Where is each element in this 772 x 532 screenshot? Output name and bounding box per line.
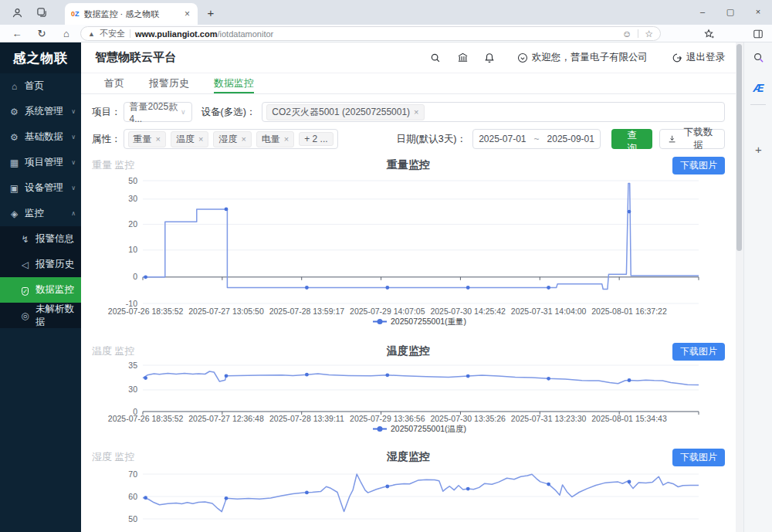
sidebar-item-project[interactable]: ▦ 项目管理 ∨: [0, 150, 81, 175]
attr-more-tag[interactable]: + 2 ...: [299, 132, 333, 146]
filter-row-1: 项目： 普量2025款4... ∨ 设备(多选)： CO2灭火器5001 (20…: [92, 102, 725, 122]
chevron-down-icon: ∨: [71, 134, 76, 141]
weight-chart-title: 重量监控: [81, 158, 736, 172]
date-to[interactable]: 2025-09-01: [547, 134, 594, 144]
feedback-smiley-icon[interactable]: ☺: [622, 29, 631, 39]
browser-navbar: ← ↻ ⌂ ▲ 不安全 www.puliangiot.com/iotdatamo…: [0, 25, 772, 42]
project-select[interactable]: 普量2025款4... ∨: [124, 102, 192, 122]
attribute-label: 属性：: [92, 133, 121, 146]
sidebar-item-system[interactable]: ⚙ 系统管理 ∨: [0, 99, 81, 124]
organization-icon[interactable]: [455, 51, 469, 65]
tilde-separator: ~: [534, 134, 540, 144]
svg-text:50: 50: [128, 176, 137, 185]
download-image-button[interactable]: 下载图片: [672, 449, 725, 466]
tab-alarm-history[interactable]: 报警历史: [149, 73, 189, 93]
sidebar-item-device[interactable]: ▣ 设备管理 ∨: [0, 175, 81, 201]
circle-data-icon: ◎: [20, 310, 30, 321]
profile-icon[interactable]: [9, 5, 25, 20]
svg-text:30: 30: [128, 194, 137, 203]
temperature-side-label: 温度 监控: [92, 344, 135, 358]
logout-button[interactable]: 退出登录: [672, 51, 725, 64]
refresh-icon[interactable]: ↻: [34, 26, 49, 41]
humidity-chart: 706050: [87, 466, 736, 532]
gear-icon: ⚙: [9, 107, 19, 117]
svg-text:35: 35: [128, 361, 137, 370]
speaker-icon: ◁: [20, 259, 30, 270]
maximize-button[interactable]: ▢: [716, 0, 744, 23]
sidebar-item-basedata[interactable]: ⚙ 基础数据 ∨: [0, 124, 81, 150]
temperature-chart: 353002025-07-26 18:35:522025-07-27 12:36…: [87, 361, 736, 436]
url-text[interactable]: www.puliangiot.com/iotdatamonitor: [135, 29, 273, 39]
download-image-button[interactable]: 下载图片: [672, 157, 725, 175]
tab-home[interactable]: 首页: [104, 73, 124, 93]
edge-sidebar-strip: Æ +: [743, 42, 772, 532]
brand-logo: 感之物联: [0, 42, 81, 73]
date-range-picker[interactable]: 2025-07-01 ~ 2025-09-01: [472, 129, 601, 149]
minimize-button[interactable]: –: [689, 0, 716, 23]
search-button[interactable]: 查 询: [611, 129, 652, 149]
security-label[interactable]: 不安全: [100, 28, 125, 39]
warning-icon: ▲: [88, 30, 95, 38]
remove-tag-icon[interactable]: ×: [284, 134, 289, 144]
scrollbar-thumb[interactable]: [736, 44, 742, 251]
svg-text:10: 10: [128, 245, 137, 254]
sidebar-search-icon[interactable]: [750, 49, 767, 66]
svg-text:202507255001(温度): 202507255001(温度): [391, 424, 466, 433]
sidebar-item-unparsed-data[interactable]: ◎ 未解析数据: [0, 303, 81, 328]
sidebar-item-home[interactable]: ⌂ 首页: [0, 73, 81, 99]
remove-tag-icon[interactable]: ×: [156, 134, 161, 144]
remove-tag-icon[interactable]: ×: [198, 134, 203, 144]
svg-text:2025-07-26 18:35:52: 2025-07-26 18:35:52: [108, 414, 184, 423]
home-icon[interactable]: ⌂: [59, 26, 74, 41]
tab-close-icon[interactable]: ×: [183, 8, 191, 19]
remove-tag-icon[interactable]: ×: [414, 107, 418, 117]
svg-text:2025-07-31 13:23:30: 2025-07-31 13:23:30: [511, 414, 587, 423]
sidebar-item-data-monitor[interactable]: ✓ 数据监控: [0, 277, 81, 303]
date-from[interactable]: 2025-07-01: [479, 134, 526, 144]
device-multiselect[interactable]: CO2灭火器5001 (202507255001) ×: [262, 102, 725, 122]
svg-text:20: 20: [128, 219, 137, 229]
workspaces-icon[interactable]: [34, 5, 49, 20]
download-data-button[interactable]: 下载数据: [659, 129, 725, 149]
browser-tab[interactable]: 0Z 数据监控 · 感之物联 ×: [65, 3, 198, 25]
split-window-icon[interactable]: [750, 26, 766, 41]
page-scrollbar[interactable]: [735, 42, 743, 532]
filter-row-2: 属性： 重量× 温度× 湿度× 电量× + 2 ... 日期(默认3天)： 20…: [92, 129, 725, 149]
attr-tag: 重量×: [128, 131, 166, 147]
browser-tab-strip: 0Z 数据监控 · 感之物联 × + – ▢ ×: [0, 0, 772, 25]
svg-text:2025-07-31 14:04:00: 2025-07-31 14:04:00: [511, 307, 587, 316]
temperature-chart-title: 温度监控: [81, 344, 736, 358]
remove-tag-icon[interactable]: ×: [241, 134, 245, 144]
tag-icon: ◈: [9, 208, 19, 219]
device-icon: ▣: [9, 183, 19, 194]
logout-icon: [672, 53, 682, 63]
sidebar-add-icon[interactable]: +: [750, 141, 767, 158]
site-favicon: 0Z: [71, 11, 80, 18]
divider: [130, 29, 130, 38]
screenshot-stage: { "icons": { "back": "←", "refresh": "↻"…: [0, 0, 772, 532]
sidebar-item-alarm-info[interactable]: ↯ 报警信息: [0, 226, 81, 252]
project-label: 项目：: [92, 106, 121, 119]
svg-text:2025-07-26 18:35:52: 2025-07-26 18:35:52: [108, 307, 184, 316]
close-button[interactable]: ×: [744, 0, 772, 23]
sidebar-item-alarm-history[interactable]: ◁ 报警历史: [0, 252, 81, 277]
attr-tag: 湿度×: [213, 131, 251, 147]
search-icon[interactable]: [428, 51, 442, 65]
download-image-button[interactable]: 下载图片: [672, 343, 725, 361]
humidity-chart-header: 湿度 监控 湿度监控 下载图片: [81, 448, 736, 466]
collections-icon[interactable]: [701, 26, 716, 41]
tab-data-monitor[interactable]: 数据监控: [214, 73, 254, 93]
sidebar-item-monitor[interactable]: ◈ 监控 ∧: [0, 201, 81, 226]
edge-app-icon[interactable]: Æ: [750, 80, 767, 96]
favorite-star-icon[interactable]: ☆: [645, 29, 653, 39]
attribute-multiselect[interactable]: 重量× 温度× 湿度× 电量× + 2 ...: [124, 129, 338, 149]
new-tab-button[interactable]: +: [204, 5, 218, 19]
account-menu[interactable]: 欢迎您，普量电子有限公司: [517, 51, 648, 64]
gear-icon: ⚙: [9, 132, 19, 143]
address-bar[interactable]: ▲ 不安全 www.puliangiot.com/iotdatamonitor …: [80, 26, 661, 41]
bell-icon[interactable]: [482, 51, 496, 65]
back-icon[interactable]: ←: [9, 26, 25, 41]
svg-text:2025-07-29 14:07:05: 2025-07-29 14:07:05: [350, 307, 425, 316]
chevron-down-icon: ∨: [71, 108, 76, 115]
download-icon: [668, 134, 676, 144]
